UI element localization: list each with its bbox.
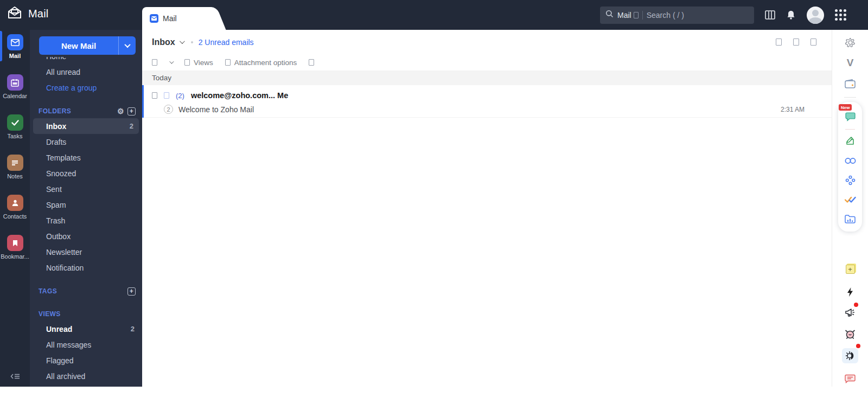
email-flag-icon[interactable] [164,92,169,99]
email-sender: welcome@zoho.com... Me [191,91,288,100]
layout-columns-icon[interactable] [765,10,775,20]
sign-app-icon[interactable] [841,133,859,149]
avatar-head [812,10,819,16]
views-header-label: VIEWS [39,310,61,318]
knot-app-icon[interactable] [841,172,859,188]
unread-emails-link[interactable]: 2 Unread emails [199,38,254,47]
rail-item-bookmarks[interactable]: Bookmar... [0,230,30,263]
sidebar-folder-spam[interactable]: Spam [30,197,142,213]
workdrive-folder-chart-icon[interactable] [841,211,859,227]
sticky-note-icon[interactable]: + [841,261,859,277]
email-unread-count: (2) [176,92,184,100]
sidebar-view-flagged[interactable]: Flagged [30,352,142,368]
sidebar-folder-snoozed[interactable]: Snoozed [30,165,142,181]
wallet-icon[interactable] [841,75,859,92]
lightning-bolt-icon[interactable] [841,284,859,300]
feedback-chat-icon[interactable] [841,370,859,387]
link-infinity-app-icon[interactable] [841,152,859,169]
notification-dot [856,344,860,348]
email-row-line1: (2) welcome@zoho.com... Me [152,91,288,100]
sidebar-folder-drafts[interactable]: Drafts [30,134,142,150]
sidebar-item-all-unread[interactable]: All unread [30,64,142,80]
rail-label: Bookmar... [1,253,29,260]
alarm-clock-icon[interactable] [841,326,859,342]
rail-label: Calendar [3,93,27,99]
email-checkbox[interactable] [152,92,157,99]
email-row-line2: 2 Welcome to Zoho Mail [164,105,254,114]
collapse-sidebar-icon[interactable] [0,373,30,380]
rail-label: Notes [7,173,23,179]
theme-toggle-icon[interactable] [841,348,859,364]
chevron-down-icon [124,42,130,48]
email-timestamp: 2:31 AM [781,106,805,113]
sidebar-folder-templates[interactable]: Templates [30,150,142,165]
rail-label: Contacts [3,213,27,220]
chat-app-icon[interactable]: New [841,108,859,125]
rail-item-contacts[interactable]: Contacts [0,190,30,223]
sidebar-folder-outbox[interactable]: Outbox [30,228,142,244]
settings-gear-icon[interactable] [841,34,859,50]
views-section-header: VIEWS [30,307,142,321]
folder-settings-gear-icon[interactable]: ⚙ [117,107,124,116]
rail-item-calendar[interactable]: Calendar [0,70,30,102]
notifications-bell-icon[interactable] [786,10,796,20]
mail-list-pane: Inbox 2 Unread emails Views Attachment o… [142,30,832,387]
new-mail-dropdown[interactable] [118,36,136,55]
search-scope-selector[interactable]: Mail [617,11,639,20]
attachment-options-menu[interactable]: Attachment options [225,59,297,67]
megaphone-announcements-icon[interactable] [841,304,859,320]
sidebar-view-all-messages[interactable]: All messages [30,337,142,352]
new-mail-button[interactable]: New Mail [39,36,136,55]
current-folder-label: Inbox [152,37,175,47]
add-tag-icon[interactable]: + [127,287,136,296]
double-check-app-icon[interactable] [841,191,859,208]
sidebar-item-home-clipped[interactable]: Home [30,57,142,64]
new-mail-label: New Mail [39,36,118,55]
header-action-icon-1[interactable] [776,39,782,46]
top-bar: Mail Mail Mail [0,0,868,30]
notification-dot [854,303,858,307]
mail-icon [7,34,23,50]
bookmark-icon [7,235,23,251]
header-action-icon-3[interactable] [810,39,816,46]
current-folder-selector[interactable]: Inbox [152,37,183,47]
sidebar-folder-notification[interactable]: Notification [30,260,142,275]
toolbar-extra-icon[interactable] [309,59,314,66]
email-list-item[interactable]: (2) welcome@zoho.com... Me 2 Welcome to … [142,85,832,118]
search-scope-caret-tofu [634,12,639,18]
unread-count-badge: 2 [131,325,135,333]
sidebar-folder-sent[interactable]: Sent [30,181,142,197]
search-scope-label: Mail [617,11,631,20]
rail-item-tasks[interactable]: Tasks [0,110,30,143]
search-input[interactable] [647,11,728,20]
rail-item-mail[interactable]: Mail [0,30,30,62]
rail-divider [844,97,856,98]
v-paperclip-icon[interactable]: V [841,55,859,71]
app-title: Mail [28,8,48,20]
views-menu[interactable]: Views [184,59,213,67]
add-folder-icon[interactable]: + [127,107,136,116]
apps-grid-icon[interactable] [835,9,846,21]
rail-label: Mail [9,53,21,59]
tasks-check-icon [7,114,23,131]
sidebar-view-unread[interactable]: Unread 2 [30,321,142,337]
select-all-checkbox[interactable] [152,59,157,66]
tab-label: Mail [163,14,177,23]
date-group-label: Today [152,74,171,82]
header-action-icon-2[interactable] [793,39,799,46]
inbox-count-badge: 2 [130,122,133,130]
sidebar-folder-newsletter[interactable]: Newsletter [30,244,142,260]
search-icon [605,10,614,20]
search-box[interactable]: Mail [600,7,754,24]
sidebar-folder-trash[interactable]: Trash [30,213,142,228]
rail-item-notes[interactable]: Notes [0,150,30,183]
select-dropdown[interactable] [169,61,173,64]
attachment-options-label: Attachment options [234,59,297,67]
sidebar-folder-inbox[interactable]: Inbox 2 [33,118,139,134]
sidebar-item-create-a-group[interactable]: Create a group [30,80,142,95]
zoho-apps-pill: New [838,102,862,232]
sidebar-view-all-archived[interactable]: All archived [30,368,142,384]
tab-mail[interactable]: Mail [142,7,208,30]
user-avatar[interactable] [807,7,824,24]
folders-header-label: FOLDERS [39,107,71,115]
